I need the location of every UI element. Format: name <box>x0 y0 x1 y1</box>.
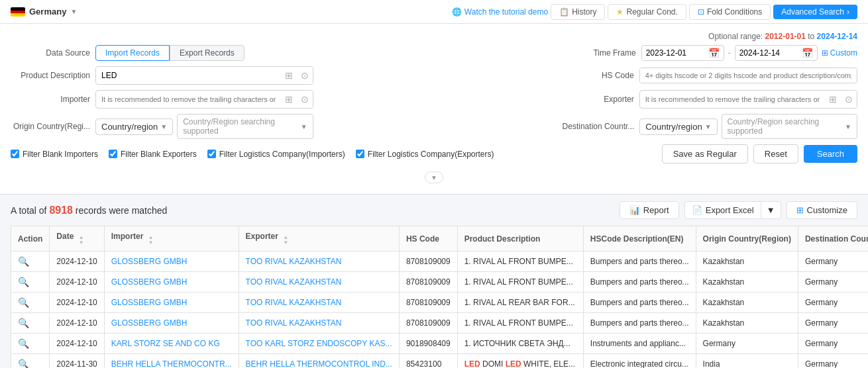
filter-blank-exporters[interactable]: Filter Blank Exporters <box>109 150 197 159</box>
date-start-input[interactable]: 📅 <box>641 45 724 61</box>
custom-button[interactable]: ⊞ Custom <box>822 48 857 58</box>
product-scan-icon[interactable]: ⊞ <box>281 67 297 84</box>
hscode-desc-cell: Bumpers and parts thereo... <box>583 252 696 272</box>
country-row: Origin Country(Regi... Country/region ▼ … <box>11 114 857 139</box>
origin-cell: Kazakhstan <box>696 293 798 313</box>
filter-logistics-importers[interactable]: Filter Logistics Company(Importers) <box>207 150 345 159</box>
action-buttons: Save as Regular Reset Search <box>662 144 857 163</box>
expand-button[interactable]: ▼ <box>425 171 443 183</box>
exporter-camera-icon[interactable]: ⊙ <box>841 91 857 108</box>
date-end-field[interactable] <box>739 48 799 58</box>
reset-button[interactable]: Reset <box>753 144 798 163</box>
country-name: Germany <box>29 7 66 17</box>
chevron-down-icon: ▼ <box>160 123 167 130</box>
hscode-cell: 9018908409 <box>399 334 457 354</box>
col-date[interactable]: Date ▲▼ <box>50 226 104 252</box>
destination-cell: Germany <box>798 252 868 272</box>
importer-input[interactable] <box>96 92 281 107</box>
table-row: 🔍2024-12-10GLOSSBERG GMBHTOO RIVAL KAZAK… <box>11 293 869 313</box>
destination-cell: Germany <box>798 293 868 313</box>
customize-icon: ⊞ <box>796 205 804 215</box>
history-button[interactable]: 📋 History <box>551 4 605 20</box>
origin-country-search[interactable]: Country/Region searching supported ▼ <box>177 114 313 139</box>
origin-cell: India <box>696 354 798 369</box>
product-desc-cell: 1. RIVAL AL FRONT BUMPE... <box>457 313 583 334</box>
origin-country-group: Country/region ▼ Country/Region searchin… <box>95 114 313 139</box>
destination-cell: Germany <box>798 272 868 293</box>
tab-export-records[interactable]: Export Records <box>170 45 244 61</box>
col-hscode: HS Code <box>399 226 457 252</box>
product-desc-input[interactable] <box>96 68 281 83</box>
dest-country-type-select[interactable]: Country/region ▼ <box>639 118 717 135</box>
checkboxes: Filter Blank Importers Filter Blank Expo… <box>11 147 494 161</box>
importer-cell: GLOSSBERG GMBH <box>104 272 239 293</box>
search-button[interactable]: Search <box>804 145 857 163</box>
datasource-label: Data Source <box>11 48 90 58</box>
filter-blank-importers[interactable]: Filter Blank Importers <box>11 150 98 159</box>
chevron-down-icon: ▼ <box>70 8 77 15</box>
date-end-input[interactable]: 📅 <box>735 45 818 61</box>
importer-cell: GLOSSBERG GMBH <box>104 293 239 313</box>
advanced-search-button[interactable]: Advanced Search › <box>773 5 857 19</box>
destination-cell: Germany <box>798 334 868 354</box>
globe-icon: 🌐 <box>452 7 462 17</box>
timeframe-label: Time Frame <box>543 48 636 58</box>
hscode-cell: 8708109009 <box>399 313 457 334</box>
fold-icon: ⊡ <box>698 7 704 17</box>
row-search-button[interactable]: 🔍 <box>18 359 29 368</box>
row-search-button[interactable]: 🔍 <box>18 338 29 349</box>
action-cell: 🔍 <box>11 293 50 313</box>
row-search-button[interactable]: 🔍 <box>18 297 29 308</box>
dest-country-search[interactable]: Country/Region searching supported ▼ <box>722 114 857 139</box>
col-exporter[interactable]: Exporter ▲▼ <box>239 226 399 252</box>
col-importer[interactable]: Importer ▲▼ <box>104 226 239 252</box>
col-hscode-desc: HSCode Description(EN) <box>583 226 696 252</box>
export-excel-main[interactable]: 📄 Export Excel <box>685 202 761 218</box>
tab-import-records[interactable]: Import Records <box>95 45 170 61</box>
product-camera-icon[interactable]: ⊙ <box>297 67 313 84</box>
origin-label: Origin Country(Regi... <box>11 122 90 131</box>
calendar-icon-end: 📅 <box>802 48 813 58</box>
product-desc-cell: 1. RIVAL AL FRONT BUMPE... <box>457 272 583 293</box>
row-search-button[interactable]: 🔍 <box>18 318 29 328</box>
importer-camera-icon[interactable]: ⊙ <box>297 91 313 108</box>
watch-tutorial-link[interactable]: 🌐 Watch the tutorial demo <box>452 7 548 17</box>
hscode-cell: 8708109009 <box>399 293 457 313</box>
col-destination: Destination Country(Regi... <box>798 226 868 252</box>
date-start-field[interactable] <box>646 48 706 58</box>
importer-cell: BEHR HELLA THERMOCONTR... <box>104 354 239 369</box>
hscode-desc-cell: Bumpers and parts thereo... <box>583 293 696 313</box>
exporter-cell: TOO RIVAL KAZAKHSTAN <box>239 313 399 334</box>
table-header: Action Date ▲▼ Importer ▲▼ Exporter ▲▼ H… <box>11 226 869 252</box>
dest-country-group: Country/region ▼ Country/Region searchin… <box>639 114 857 139</box>
nav-actions: 🌐 Watch the tutorial demo 📋 History ★ Re… <box>452 4 857 20</box>
date-cell: 2024-11-30 <box>50 354 104 369</box>
export-excel-dropdown[interactable]: ▼ <box>761 202 781 218</box>
regular-cond-button[interactable]: ★ Regular Cond. <box>608 4 686 20</box>
exporter-cell: TOO RIVAL KAZAKHSTAN <box>239 272 399 293</box>
report-button[interactable]: 📊 Report <box>620 201 679 219</box>
row-search-button[interactable]: 🔍 <box>18 256 29 267</box>
destination-cell: Germany <box>798 313 868 334</box>
destination-cell: Germany <box>798 354 868 369</box>
fold-conditions-button[interactable]: ⊡ Fold Conditions <box>689 4 771 20</box>
product-desc-cell: 1. RIVAL AL FRONT BUMPE... <box>457 252 583 272</box>
filter-logistics-exporters[interactable]: Filter Logistics Company(Exporters) <box>356 150 494 159</box>
hscode-input[interactable] <box>640 68 857 83</box>
table-row: 🔍2024-12-10GLOSSBERG GMBHTOO RIVAL KAZAK… <box>11 272 869 293</box>
star-icon: ★ <box>616 7 624 17</box>
date-cell: 2024-12-10 <box>50 334 104 354</box>
country-selector[interactable]: Germany ▼ <box>11 7 77 17</box>
exporter-scan-icon[interactable]: ⊞ <box>825 91 841 108</box>
row-search-button[interactable]: 🔍 <box>18 277 29 287</box>
col-action: Action <box>11 226 50 252</box>
save-as-regular-button[interactable]: Save as Regular <box>662 144 748 163</box>
origin-country-type-select[interactable]: Country/region ▼ <box>95 118 173 135</box>
exporter-input[interactable] <box>640 92 825 107</box>
importer-input-wrap: ⊞ ⊙ <box>95 90 313 109</box>
export-excel-button[interactable]: 📄 Export Excel ▼ <box>684 201 781 219</box>
importer-scan-icon[interactable]: ⊞ <box>281 91 297 108</box>
origin-cell: Kazakhstan <box>696 252 798 272</box>
customize-button[interactable]: ⊞ Customize <box>787 201 857 219</box>
action-cell: 🔍 <box>11 272 50 293</box>
